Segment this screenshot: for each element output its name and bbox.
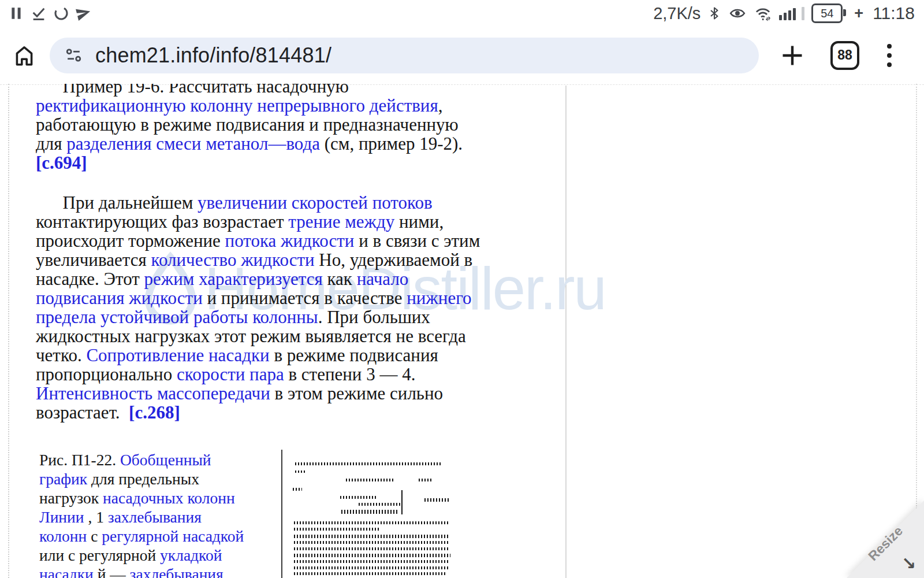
scan-noise-line xyxy=(294,572,446,575)
figure-divider-rule xyxy=(281,450,282,578)
clock: 11:18 xyxy=(873,3,915,23)
body-text: происходит торможение xyxy=(36,231,225,251)
text-link[interactable]: Интенсивность массопередачи xyxy=(36,383,270,403)
body-text: работающую в режиме подвисания и предназ… xyxy=(36,114,459,135)
home-button[interactable] xyxy=(12,43,37,68)
url-bar[interactable]: chem21.info/info/814481/ xyxy=(50,38,759,73)
text-link[interactable]: увеличении скоростей потоков xyxy=(198,192,433,213)
body-text: для предельных xyxy=(87,470,199,488)
scan-noise-line xyxy=(340,496,376,499)
network-speed: 2,7K/s xyxy=(653,4,701,23)
browser-toolbar: chem21.info/info/814481/ 88 xyxy=(0,27,924,84)
scan-noise-line xyxy=(346,479,393,481)
text-link[interactable]: нижнего xyxy=(407,288,471,308)
figure-scan-image[interactable] xyxy=(290,455,459,578)
body-text: насадке. Этот xyxy=(36,269,144,289)
scan-noise-line xyxy=(293,488,302,491)
scan-noise-line xyxy=(359,503,401,506)
text-link[interactable]: разделения смеси метанол—вода xyxy=(66,134,320,154)
scan-noise-line xyxy=(401,490,403,514)
body-text: с xyxy=(87,527,102,545)
text-link[interactable]: режим характеризуется xyxy=(144,269,323,289)
menu-button[interactable] xyxy=(885,42,894,69)
body-text: жидкостных нагрузках этот режим выявляет… xyxy=(36,326,466,346)
scan-noise-line xyxy=(294,528,379,531)
body-text: в этом режиме сильно xyxy=(270,383,443,403)
body-text: или с регулярной xyxy=(39,546,160,564)
eye-comfort-icon xyxy=(728,5,747,21)
home-icon xyxy=(12,43,36,68)
body-text: . При больших xyxy=(318,307,430,327)
bluetooth-icon xyxy=(707,5,721,21)
scan-noise-line xyxy=(341,510,399,514)
battery-charging-indicator: + xyxy=(854,5,863,23)
sync-circle-icon xyxy=(53,5,69,21)
text-link[interactable]: Обобщенный xyxy=(120,451,211,469)
send-icon xyxy=(74,3,94,23)
status-bar-right: 2,7K/s 54 + 11:18 xyxy=(653,3,915,23)
body-text: увеличивается xyxy=(36,250,151,270)
scan-noise-line xyxy=(419,479,431,481)
scan-noise-line xyxy=(294,521,449,524)
body-text: как xyxy=(323,269,357,289)
text-link[interactable]: укладкой xyxy=(160,546,222,564)
new-tab-button[interactable] xyxy=(780,43,805,68)
wifi-icon xyxy=(754,5,772,21)
text-link[interactable]: трение между xyxy=(288,212,394,232)
body-text: четко. xyxy=(36,345,86,365)
text-link[interactable]: захлебывания xyxy=(108,508,202,526)
tab-switcher-button[interactable]: 88 xyxy=(830,41,859,70)
resize-arrow-icon: ↘ xyxy=(901,553,916,573)
text-link[interactable]: Сопротивление насадки xyxy=(86,345,269,365)
scan-noise-line xyxy=(294,547,450,550)
text-link[interactable]: ректификационную колонну непрерывного де… xyxy=(36,95,438,116)
body-text: возрастает. xyxy=(36,402,129,423)
paragraph-example: Пример 19-6. Рассчитать насадочнуюректиф… xyxy=(36,77,463,172)
scan-noise-line xyxy=(294,566,449,569)
body-text: нагрузок xyxy=(39,489,103,507)
body-text: ними, xyxy=(394,212,444,232)
scan-noise-line xyxy=(294,541,448,544)
text-link[interactable]: колонн xyxy=(39,527,87,545)
page-reference-link[interactable]: [с.694] xyxy=(36,153,87,173)
download-done-icon xyxy=(31,5,47,21)
battery-icon: 54 xyxy=(811,3,843,23)
body-text: пропорционально xyxy=(36,364,177,384)
body-text: Рис. П1-22. xyxy=(39,451,120,469)
left-dotted-border xyxy=(8,84,9,578)
figure-caption: Рис. П1-22. Обобщенныйграфик для предель… xyxy=(39,450,282,578)
text-link[interactable]: предела устойчивой работы колонны xyxy=(36,307,318,327)
text-link[interactable]: Линии xyxy=(39,508,84,526)
body-text: в режиме подвисания xyxy=(270,345,438,365)
body-text: , xyxy=(438,95,443,116)
text-link[interactable]: регулярной насадкой xyxy=(102,527,244,545)
site-info-icon[interactable] xyxy=(65,46,83,64)
text-link[interactable]: начало xyxy=(357,269,409,289)
body-text: контактирующих фаз возрастает xyxy=(36,212,288,232)
paragraph-body: При дальнейшем увеличении скоростей пото… xyxy=(36,193,480,422)
page-reference-link[interactable]: [с.268] xyxy=(129,402,180,423)
battery-level: 54 xyxy=(821,7,833,20)
text-link[interactable]: количество жидкости xyxy=(151,250,314,270)
scan-noise-line xyxy=(424,498,450,502)
text-link[interactable]: захлебывания xyxy=(130,565,223,578)
scan-noise-line xyxy=(294,535,450,538)
body-text: (см, пример 19-2). xyxy=(320,134,463,154)
text-link[interactable]: скорости пара xyxy=(177,364,284,384)
text-link[interactable]: потока жидкости xyxy=(225,231,355,251)
body-text: в степени 3 — 4. xyxy=(284,364,416,384)
text-link[interactable]: насадки xyxy=(39,565,94,578)
scan-noise-line xyxy=(295,470,305,473)
text-link[interactable]: подвисания жидкости xyxy=(36,288,203,308)
text-link[interactable]: насадочных колонн xyxy=(103,489,235,507)
scan-noise-line xyxy=(294,560,448,563)
body-text: При дальнейшем xyxy=(36,192,198,213)
text-link[interactable]: график xyxy=(39,470,87,488)
column-divider xyxy=(565,86,567,578)
body-text: й — xyxy=(94,565,130,578)
status-bar: 2,7K/s 54 + 11:18 xyxy=(0,0,924,27)
body-text: и принимается в качестве xyxy=(203,288,407,308)
body-text: , 1 xyxy=(84,508,108,526)
body-text: для xyxy=(36,134,66,154)
tab-count: 88 xyxy=(837,47,852,63)
